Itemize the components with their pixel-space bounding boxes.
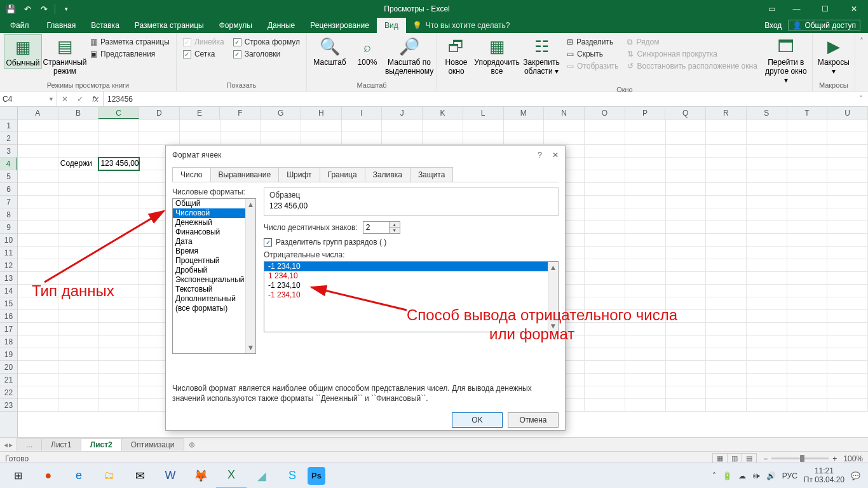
close-icon[interactable]: ✕	[552, 151, 559, 159]
taskbar-yandex-icon[interactable]: ●	[33, 463, 64, 489]
cell[interactable]	[827, 336, 868, 348]
cell[interactable]	[625, 208, 666, 221]
col-header[interactable]: J	[382, 107, 423, 119]
cell[interactable]	[463, 119, 504, 132]
cell[interactable]	[585, 272, 625, 285]
cell[interactable]	[625, 374, 666, 386]
cell[interactable]	[827, 399, 868, 412]
cell[interactable]	[261, 119, 301, 132]
ok-button[interactable]: OK	[452, 412, 503, 428]
category-item[interactable]: Экспоненциальный	[173, 275, 255, 285]
col-header[interactable]: A	[18, 107, 58, 119]
gridlines-checkbox[interactable]: ✓Сетка	[180, 49, 227, 59]
negative-format-item[interactable]: -1 234,10	[264, 262, 558, 271]
cell[interactable]	[98, 196, 139, 208]
thousands-separator-checkbox[interactable]: ✓ Разделитель групп разрядов ( )	[264, 238, 559, 247]
tab-formulas[interactable]: Формулы	[212, 18, 260, 33]
cell[interactable]	[58, 323, 99, 336]
arrange-all-button[interactable]: ▦Упорядочить все	[475, 34, 519, 76]
cell[interactable]	[747, 170, 787, 183]
cell[interactable]	[18, 158, 58, 170]
custom-views-button[interactable]: ▣Представления	[88, 49, 172, 59]
switch-window-button[interactable]: 🗖Перейти в другое окно ▾	[764, 34, 808, 85]
name-box[interactable]: C4▼	[0, 92, 57, 106]
cell[interactable]	[18, 170, 58, 183]
cell[interactable]	[180, 119, 220, 132]
cell[interactable]	[666, 196, 707, 208]
cell[interactable]	[625, 272, 666, 285]
dialog-tab-protection[interactable]: Защита	[410, 167, 454, 182]
cell[interactable]	[18, 323, 58, 336]
row-header[interactable]: 20	[0, 361, 17, 374]
tray-notifications-icon[interactable]: 💬	[851, 471, 860, 480]
cell[interactable]	[706, 361, 747, 374]
cancel-button[interactable]: Отмена	[508, 412, 559, 428]
cell[interactable]	[827, 170, 868, 183]
cell[interactable]	[827, 259, 868, 272]
cell[interactable]	[827, 310, 868, 323]
cell[interactable]	[666, 158, 707, 170]
cell[interactable]	[544, 132, 585, 145]
cell[interactable]	[18, 221, 58, 234]
cell[interactable]	[747, 158, 787, 170]
cell[interactable]	[666, 272, 707, 285]
cell[interactable]	[706, 310, 747, 323]
cell[interactable]	[787, 158, 828, 170]
cell[interactable]	[666, 170, 707, 183]
sheet-overflow[interactable]: ...	[17, 438, 42, 451]
cell[interactable]	[706, 158, 747, 170]
cell[interactable]	[625, 297, 666, 310]
cell[interactable]	[747, 323, 787, 336]
cell[interactable]	[220, 119, 261, 132]
dialog-tab-border[interactable]: Граница	[320, 167, 365, 182]
cell[interactable]	[180, 132, 220, 145]
tray-network-icon[interactable]: 🕪	[752, 471, 760, 480]
cell[interactable]	[625, 259, 666, 272]
taskbar-firefox-icon[interactable]: 🦊	[186, 463, 216, 489]
cell[interactable]	[98, 119, 139, 132]
cell[interactable]	[98, 132, 139, 145]
cell[interactable]	[585, 310, 625, 323]
row-header[interactable]: 6	[0, 183, 17, 196]
cell[interactable]	[827, 285, 868, 297]
row-header[interactable]: 4	[0, 158, 17, 170]
scrollbar[interactable]: ▲▼	[548, 262, 558, 332]
cell[interactable]	[666, 285, 707, 297]
cell[interactable]	[625, 221, 666, 234]
cell[interactable]	[58, 348, 99, 361]
cell[interactable]	[58, 145, 99, 158]
cell[interactable]	[18, 132, 58, 145]
row-header[interactable]: 17	[0, 323, 17, 336]
cell[interactable]	[625, 119, 666, 132]
scrollbar[interactable]: ▲▼	[245, 199, 255, 353]
row-header[interactable]: 8	[0, 208, 17, 221]
cell[interactable]	[98, 399, 139, 412]
cell[interactable]	[18, 208, 58, 221]
sheet-tab-1[interactable]: Лист1	[41, 438, 81, 451]
cell[interactable]	[58, 132, 99, 145]
cell[interactable]	[747, 310, 787, 323]
cell[interactable]	[706, 119, 747, 132]
cell[interactable]	[98, 259, 139, 272]
cell[interactable]	[18, 374, 58, 386]
cell[interactable]	[666, 132, 707, 145]
cell[interactable]	[666, 259, 707, 272]
cell[interactable]	[18, 297, 58, 310]
cell[interactable]	[787, 145, 828, 158]
row-header[interactable]: 2	[0, 132, 17, 145]
cell[interactable]	[585, 221, 625, 234]
cell[interactable]	[18, 348, 58, 361]
tab-review[interactable]: Рецензирование	[302, 18, 377, 33]
chevron-left-icon[interactable]: ◂	[4, 440, 8, 449]
cell[interactable]	[585, 323, 625, 336]
tell-me[interactable]: 💡Что вы хотите сделать?	[406, 18, 510, 33]
cell[interactable]	[706, 221, 747, 234]
cell[interactable]	[58, 183, 99, 196]
cell[interactable]	[585, 259, 625, 272]
maximize-icon[interactable]: ☐	[811, 0, 839, 18]
cell[interactable]	[342, 119, 383, 132]
tab-file[interactable]: Файл	[0, 18, 39, 33]
cell[interactable]	[423, 132, 463, 145]
col-header[interactable]: M	[504, 107, 545, 119]
cell[interactable]	[706, 348, 747, 361]
